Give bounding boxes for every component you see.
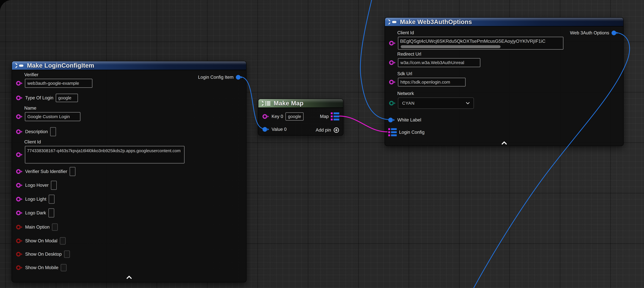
input-pin-sdk-url[interactable] (389, 79, 396, 85)
input-label-network: Network (397, 91, 474, 96)
input-pin-logo-hover[interactable] (16, 182, 23, 188)
input-pin-description[interactable] (16, 129, 23, 135)
input-pin-verifier-sub-identifier[interactable] (16, 169, 23, 174)
input-label-logo-dark: Logo Dark (25, 210, 46, 215)
input-label-verifier: Verifier (24, 72, 92, 77)
main-option-checkbox[interactable] (52, 223, 58, 231)
type-of-login-field[interactable]: google (56, 94, 78, 102)
make-struct-icon (388, 19, 397, 25)
input-pin-main-option[interactable] (16, 224, 23, 230)
input-label-value-0: Value 0 (272, 127, 286, 132)
input-label-login-config: Login Config (399, 130, 424, 135)
input-pin-name[interactable] (16, 114, 23, 120)
input-label-verifier-sub-identifier: Verifier Sub Identifier (25, 169, 67, 174)
input-label-sdk-url: Sdk Url (397, 71, 466, 76)
add-pin-icon[interactable] (334, 127, 339, 133)
scrollbar-thumb[interactable] (401, 45, 500, 48)
client-id-field[interactable]: BEglQSgt4cUWcj6SKRdu5QkOXTsePmMcusG5EAoy… (398, 37, 564, 50)
input-pin-redirect-url[interactable] (389, 60, 396, 66)
output-label-map: Map (320, 114, 329, 119)
logo-hover-field[interactable] (51, 181, 57, 190)
input-label-name: Name (24, 106, 80, 111)
description-field[interactable] (50, 127, 56, 136)
logo-dark-field[interactable] (48, 208, 54, 217)
input-label-main-option: Main Option (25, 224, 50, 230)
output-pin-map[interactable] (331, 112, 339, 121)
verifier-sub-identifier-field[interactable] (70, 167, 76, 176)
show-on-modal-checkbox[interactable] (60, 237, 66, 244)
make-struct-icon (15, 63, 24, 69)
input-label-show-on-desktop: Show On Desktop (25, 251, 62, 257)
client-id-scrollbar[interactable] (400, 45, 561, 49)
input-pin-key-0[interactable] (262, 114, 269, 119)
node-make-map[interactable]: Make Map Key 0 google Map Value 0 Add pi… (258, 99, 344, 136)
node-header-make-loginconfigitem[interactable]: Make LoginConfigItem (12, 61, 246, 70)
input-pin-verifier[interactable] (16, 80, 23, 86)
input-pin-show-on-modal[interactable] (16, 238, 23, 244)
input-pin-white-label[interactable] (388, 117, 395, 123)
input-pin-client-id[interactable] (16, 152, 23, 158)
input-label-description: Description (25, 129, 48, 134)
input-label-show-on-mobile: Show On Mobile (25, 265, 58, 270)
show-on-desktop-checkbox[interactable] (64, 250, 70, 258)
output-label-web3auth-options: Web 3Auth Options (570, 30, 609, 36)
node-title: Make Map (274, 100, 304, 107)
input-pin-value-0[interactable] (262, 126, 269, 132)
node-header-make-web3authoptions[interactable]: Make Web3AuthOptions (385, 18, 623, 27)
input-pin-network[interactable] (389, 100, 396, 106)
input-label-redirect-url: Redirect Url (397, 52, 480, 57)
input-label-logo-light: Logo Light (25, 196, 46, 202)
key-0-field[interactable]: google (286, 112, 304, 121)
input-label-client-id: Client Id (397, 30, 564, 36)
network-dropdown[interactable]: CYAN (398, 98, 474, 109)
client-id-text[interactable]: BEglQSgt4cUWcj6SKRdu5QkOXTsePmMcusG5EAoy… (400, 38, 561, 45)
network-selected-value: CYAN (402, 101, 414, 106)
collapse-node-chevron-icon[interactable] (126, 276, 132, 279)
input-label-type-of-login: Type Of Login (25, 95, 53, 101)
input-pin-show-on-mobile[interactable] (16, 265, 23, 270)
node-title: Make Web3AuthOptions (400, 19, 472, 26)
client-id-field[interactable]: 774338308167-q463s7kpvja16l4l0kko3nb925i… (25, 146, 184, 163)
input-label-key-0: Key 0 (272, 114, 283, 119)
make-map-icon (262, 100, 271, 106)
input-pin-login-config[interactable] (388, 128, 397, 136)
input-pin-logo-dark[interactable] (16, 210, 23, 216)
logo-light-field[interactable] (49, 195, 54, 204)
input-label-logo-hover: Logo Hover (25, 183, 48, 188)
input-pin-client-id[interactable] (389, 40, 396, 46)
input-label-client-id: Client Id (24, 139, 184, 145)
collapse-node-chevron-icon[interactable] (502, 141, 507, 145)
sdk-url-field[interactable]: https://sdk.openlogin.com (398, 78, 466, 87)
input-label-white-label: White Label (397, 117, 421, 123)
verifier-field[interactable]: web3auth-google-example (25, 79, 92, 88)
chevron-down-icon (466, 102, 470, 104)
show-on-mobile-checkbox[interactable] (61, 264, 66, 271)
name-field[interactable]: Google Custom Login (25, 112, 80, 121)
input-pin-show-on-desktop[interactable] (16, 251, 23, 257)
node-make-web3authoptions[interactable]: Make Web3AuthOptions Web 3Auth Options C… (384, 17, 624, 146)
wire-map-to-login-config[interactable] (339, 116, 388, 132)
add-pin-label: Add pin (316, 127, 331, 133)
output-pin-web3auth-options[interactable] (611, 30, 618, 36)
blueprint-graph-canvas[interactable]: Make LoginConfigItem Login Config Item V… (0, 0, 644, 288)
output-pin-login-config-item[interactable] (236, 74, 242, 80)
input-label-show-on-modal: Show On Modal (25, 238, 58, 243)
output-label-login-config-item: Login Config Item (198, 75, 234, 80)
node-header-make-map[interactable]: Make Map (258, 99, 343, 108)
redirect-url-field[interactable]: w3a://com.w3a.Web3AuthUnreal (398, 58, 480, 67)
input-pin-type-of-login[interactable] (16, 95, 23, 101)
node-title: Make LoginConfigItem (27, 62, 94, 69)
node-make-loginconfigitem[interactable]: Make LoginConfigItem Login Config Item V… (12, 61, 246, 282)
input-pin-logo-light[interactable] (16, 196, 23, 202)
